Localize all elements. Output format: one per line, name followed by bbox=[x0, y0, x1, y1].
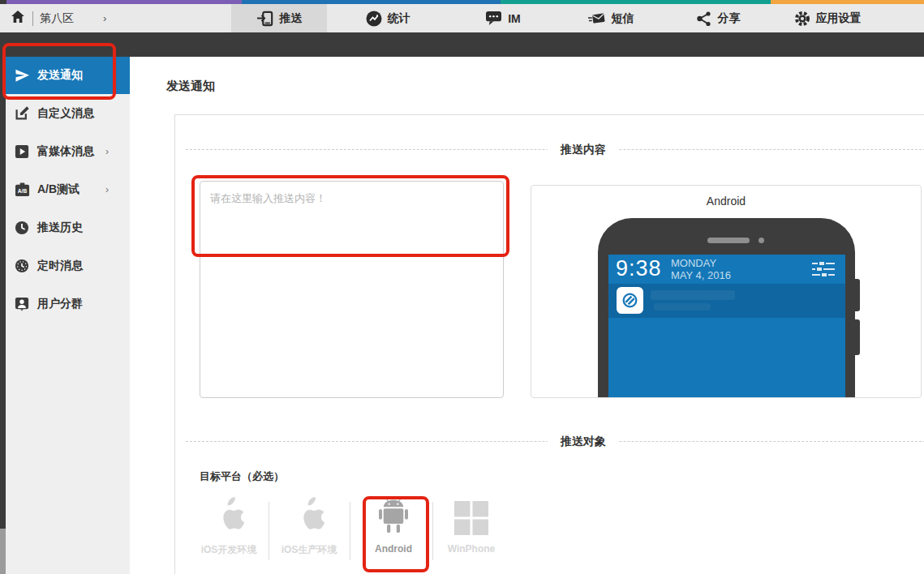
preview-time: 9:38 bbox=[616, 256, 662, 281]
phone-speaker bbox=[707, 238, 750, 243]
chevron-right-icon: › bbox=[105, 184, 109, 195]
tab-sms[interactable]: 短信 bbox=[572, 4, 649, 32]
stats-icon bbox=[366, 11, 382, 27]
top-color-strip bbox=[0, 0, 924, 4]
tab-label: 推送 bbox=[280, 11, 303, 26]
section-divider-content: 推送内容 bbox=[186, 149, 924, 150]
strip-segment-orange bbox=[771, 0, 924, 4]
platform-ios-dev[interactable]: iOS开发环境 bbox=[191, 494, 267, 568]
share-icon bbox=[696, 11, 712, 27]
section-divider-target: 推送对象 bbox=[186, 441, 924, 442]
tab-label: 分享 bbox=[718, 11, 741, 26]
top-navbar: 第八区 › 推送 统计 bbox=[0, 4, 924, 32]
brand-divider bbox=[32, 11, 33, 26]
tab-label: 短信 bbox=[612, 11, 634, 26]
chat-bubble-icon bbox=[485, 11, 502, 26]
sms-envelope-icon bbox=[587, 11, 606, 26]
ab-test-icon: A/B bbox=[14, 182, 30, 198]
gear-icon bbox=[794, 11, 810, 27]
phone-screen: 9:38 MONDAY MAY 4, 2016 bbox=[608, 255, 845, 398]
play-icon bbox=[14, 144, 30, 160]
timer-icon bbox=[14, 258, 30, 274]
sidebar-item-label: 富媒体消息 bbox=[37, 144, 94, 159]
android-icon bbox=[377, 494, 410, 536]
sidebar-item-label: 定时消息 bbox=[37, 259, 83, 273]
sidebar-item-label: 自定义消息 bbox=[37, 106, 94, 121]
section-label-push-target: 推送对象 bbox=[548, 435, 619, 449]
equalizer-icon bbox=[811, 261, 836, 282]
page-title: 发送通知 bbox=[166, 79, 215, 94]
platform-ios-prod[interactable]: iOS生产环境 bbox=[271, 494, 347, 568]
push-icon bbox=[256, 11, 274, 27]
send-icon bbox=[14, 67, 30, 84]
sidebar-item-scheduled-message[interactable]: 定时消息 bbox=[0, 246, 130, 285]
history-clock-icon bbox=[14, 220, 30, 236]
strip-segment-dark bbox=[0, 0, 6, 4]
sidebar: 发送通知 自定义消息 富媒体消息 › A/B A/B测试 bbox=[0, 57, 130, 574]
app-name[interactable]: 第八区 bbox=[40, 11, 74, 26]
preview-date: MONDAY MAY 4, 2016 bbox=[671, 257, 731, 281]
left-rail bbox=[0, 32, 6, 574]
edit-icon bbox=[14, 105, 30, 122]
preview-date-line: MAY 4, 2016 bbox=[671, 269, 731, 281]
platform-label: Android bbox=[375, 543, 412, 555]
platform-label: iOS生产环境 bbox=[281, 543, 337, 557]
sidebar-item-user-segment[interactable]: 用户分群 bbox=[0, 285, 130, 323]
sidebar-item-ab-test[interactable]: A/B A/B测试 › bbox=[0, 170, 130, 208]
preview-platform-label: Android bbox=[531, 195, 921, 208]
app-breadcrumb[interactable]: 第八区 › bbox=[10, 4, 106, 32]
strip-segment-teal bbox=[501, 0, 771, 4]
section-label-push-content: 推送内容 bbox=[548, 143, 619, 157]
platform-divider bbox=[350, 502, 350, 560]
tab-im[interactable]: IM bbox=[466, 4, 539, 32]
apple-icon bbox=[291, 494, 327, 536]
svg-text:A/B: A/B bbox=[17, 187, 27, 193]
tab-push[interactable]: 推送 bbox=[231, 4, 327, 32]
tab-stats[interactable]: 统计 bbox=[349, 4, 427, 32]
push-content-input[interactable] bbox=[200, 181, 504, 398]
app-switch-chevron-icon[interactable]: › bbox=[103, 12, 106, 24]
target-platform-label: 目标平台（必选） bbox=[200, 469, 284, 484]
sidebar-item-custom-message[interactable]: 自定义消息 bbox=[0, 94, 130, 132]
strip-segment-purple bbox=[6, 0, 242, 4]
phone-camera bbox=[759, 238, 764, 243]
main-content: 发送通知 推送内容 Android 9:38 MONDAY MAY 4, 201… bbox=[130, 57, 924, 574]
tab-app-settings[interactable]: 应用设置 bbox=[783, 4, 872, 32]
platform-android[interactable]: Android bbox=[355, 494, 432, 568]
platform-divider bbox=[269, 502, 269, 560]
tab-label: 应用设置 bbox=[816, 11, 862, 26]
scrollbar-thumb[interactable] bbox=[0, 529, 6, 574]
tab-label: 统计 bbox=[388, 11, 410, 26]
home-icon[interactable] bbox=[10, 9, 26, 28]
windows-icon bbox=[453, 494, 489, 536]
strip-segment-blue bbox=[242, 0, 501, 4]
sidebar-item-label: 发送通知 bbox=[37, 68, 83, 83]
notification-row bbox=[608, 284, 845, 318]
sidebar-item-rich-media[interactable]: 富媒体消息 › bbox=[0, 132, 130, 170]
sidebar-item-label: 用户分群 bbox=[37, 297, 83, 311]
user-icon bbox=[14, 296, 30, 312]
platform-label: iOS开发环境 bbox=[201, 543, 257, 557]
sidebar-item-label: A/B测试 bbox=[37, 182, 80, 197]
tab-share[interactable]: 分享 bbox=[681, 4, 754, 32]
sub-header-bar bbox=[0, 32, 924, 57]
android-preview-card: Android 9:38 MONDAY MAY 4, 2016 bbox=[531, 185, 922, 398]
app-icon bbox=[617, 287, 643, 314]
sidebar-item-label: 推送历史 bbox=[37, 221, 83, 235]
sidebar-item-push-history[interactable]: 推送历史 bbox=[0, 208, 130, 246]
platform-winphone[interactable]: WinPhone bbox=[433, 494, 509, 568]
phone-mockup: 9:38 MONDAY MAY 4, 2016 bbox=[598, 218, 855, 398]
phone-status-area: 9:38 MONDAY MAY 4, 2016 bbox=[608, 255, 845, 284]
notification-text-placeholder bbox=[654, 303, 711, 311]
notification-text-placeholder bbox=[651, 290, 735, 300]
platform-label: WinPhone bbox=[448, 543, 496, 555]
preview-weekday: MONDAY bbox=[671, 257, 731, 269]
push-form-panel: 推送内容 Android 9:38 MONDAY MAY 4, 2016 bbox=[174, 114, 924, 574]
chevron-right-icon: › bbox=[105, 146, 109, 157]
tab-label: IM bbox=[508, 12, 521, 25]
apple-icon bbox=[211, 494, 247, 536]
sidebar-item-send-notification[interactable]: 发送通知 bbox=[0, 57, 130, 94]
